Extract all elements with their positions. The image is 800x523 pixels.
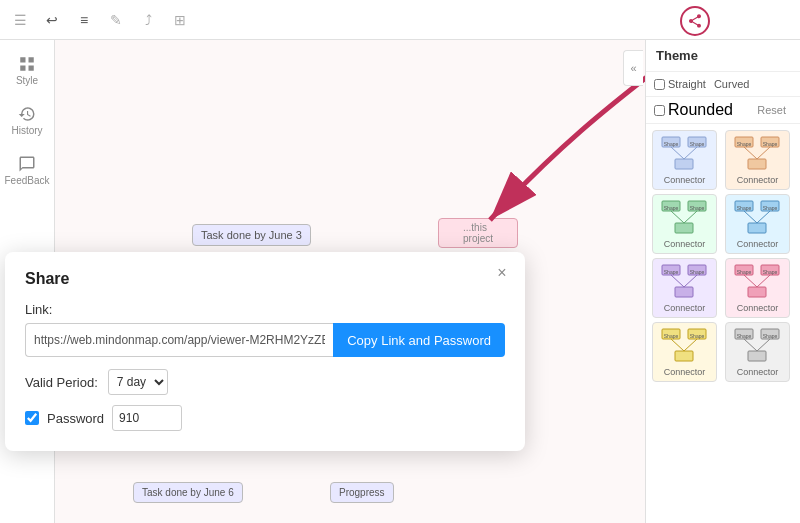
theme-preview-6: Shape Shape: [660, 327, 710, 363]
svg-rect-29: [748, 223, 766, 233]
theme-card-4[interactable]: Shape Shape Connector: [652, 258, 717, 318]
svg-line-30: [744, 211, 757, 223]
node-progress[interactable]: Progpress: [330, 482, 394, 503]
svg-text:Shape: Shape: [689, 141, 704, 147]
link-row: Copy Link and Password: [25, 323, 505, 357]
rounded-option[interactable]: Rounded: [654, 101, 733, 119]
svg-line-17: [757, 147, 770, 159]
curved-option[interactable]: Curved: [714, 78, 749, 90]
svg-line-23: [671, 211, 684, 223]
left-panel-feedback[interactable]: FeedBack: [7, 150, 47, 190]
svg-rect-15: [748, 159, 766, 169]
share-button-circle[interactable]: [680, 6, 710, 36]
rounded-checkbox[interactable]: [654, 105, 665, 116]
straight-label: Straight: [668, 78, 706, 90]
svg-text:Shape: Shape: [736, 269, 751, 275]
svg-line-10: [684, 147, 697, 159]
password-label: Password: [47, 411, 104, 426]
curved-label: Curved: [714, 78, 749, 90]
theme-card-label-6: Connector: [664, 367, 706, 377]
collapse-panel-button[interactable]: «: [623, 50, 643, 86]
svg-text:Shape: Shape: [762, 205, 777, 211]
svg-line-45: [757, 275, 770, 287]
theme-card-label-2: Connector: [664, 239, 706, 249]
theme-card-7[interactable]: Shape Shape Connector: [725, 322, 790, 382]
svg-rect-43: [748, 287, 766, 297]
theme-card-3[interactable]: Shape Shape Connector: [725, 194, 790, 254]
theme-preview-3: Shape Shape: [733, 199, 783, 235]
panel-header: Theme: [646, 40, 800, 72]
svg-text:Shape: Shape: [689, 205, 704, 211]
toolbar-edit-icon[interactable]: ✎: [106, 10, 126, 30]
toolbar-list-icon[interactable]: ≡: [74, 10, 94, 30]
svg-rect-3: [29, 65, 34, 70]
password-input[interactable]: [112, 405, 182, 431]
link-input[interactable]: [25, 323, 333, 357]
history-label: History: [11, 125, 42, 136]
straight-checkbox[interactable]: [654, 79, 665, 90]
theme-card-label-1: Connector: [737, 175, 779, 185]
node-project[interactable]: ...thisproject: [438, 218, 518, 248]
svg-line-24: [684, 211, 697, 223]
panel-options: Straight Curved: [646, 72, 800, 97]
node-project-label: ...thisproject: [463, 222, 493, 244]
rounded-label: Rounded: [668, 101, 733, 119]
svg-rect-36: [675, 287, 693, 297]
svg-rect-22: [675, 223, 693, 233]
svg-line-52: [684, 339, 697, 351]
left-panel-style[interactable]: Style: [7, 50, 47, 90]
dialog-close-button[interactable]: ×: [491, 262, 513, 284]
theme-card-label-3: Connector: [737, 239, 779, 249]
svg-rect-57: [748, 351, 766, 361]
reset-button[interactable]: Reset: [751, 102, 792, 118]
theme-card-0[interactable]: Shape Shape Connector: [652, 130, 717, 190]
svg-rect-1: [29, 57, 34, 62]
right-panel: Theme Straight Curved Rounded Reset Shap…: [645, 40, 800, 523]
left-panel-history[interactable]: History: [7, 100, 47, 140]
svg-rect-8: [675, 159, 693, 169]
valid-period-label: Valid Period:: [25, 375, 98, 390]
svg-line-9: [671, 147, 684, 159]
node-task-june3[interactable]: Task done by June 3: [192, 224, 311, 246]
toolbar-share-toolbar-icon[interactable]: ⤴: [138, 10, 158, 30]
toolbar-undo-icon[interactable]: ↩: [42, 10, 62, 30]
svg-text:Shape: Shape: [762, 269, 777, 275]
svg-text:Shape: Shape: [663, 141, 678, 147]
toolbar-menu-icon[interactable]: ☰: [10, 10, 30, 30]
node-task-june6[interactable]: Task done by June 6: [133, 482, 243, 503]
toolbar-grid-icon[interactable]: ⊞: [170, 10, 190, 30]
svg-line-16: [744, 147, 757, 159]
theme-preview-2: Shape Shape: [660, 199, 710, 235]
style-icon: [18, 55, 36, 73]
theme-preview-5: Shape Shape: [733, 263, 783, 299]
svg-text:Shape: Shape: [736, 333, 751, 339]
theme-card-label-5: Connector: [737, 303, 779, 313]
straight-option[interactable]: Straight: [654, 78, 706, 90]
theme-card-1[interactable]: Shape Shape Connector: [725, 130, 790, 190]
style-label: Style: [16, 75, 38, 86]
valid-period-select[interactable]: 7 day: [108, 369, 168, 395]
svg-text:Shape: Shape: [689, 333, 704, 339]
theme-card-2[interactable]: Shape Shape Connector: [652, 194, 717, 254]
svg-line-58: [744, 339, 757, 351]
panel-title: Theme: [656, 48, 698, 63]
svg-text:Shape: Shape: [736, 205, 751, 211]
valid-period-row: Valid Period: 7 day: [25, 369, 505, 395]
theme-preview-1: Shape Shape: [733, 135, 783, 171]
theme-card-5[interactable]: Shape Shape Connector: [725, 258, 790, 318]
svg-line-38: [684, 275, 697, 287]
node-task-june3-label: Task done by June 3: [201, 229, 302, 241]
svg-line-44: [744, 275, 757, 287]
theme-grid: Shape Shape Connector Shape Shape: [646, 124, 800, 388]
copy-link-button[interactable]: Copy Link and Password: [333, 323, 505, 357]
feedback-icon: [18, 155, 36, 173]
feedback-label: FeedBack: [4, 175, 49, 186]
theme-card-label-0: Connector: [664, 175, 706, 185]
svg-line-31: [757, 211, 770, 223]
svg-rect-0: [20, 57, 25, 62]
theme-card-6[interactable]: Shape Shape Connector: [652, 322, 717, 382]
dialog-title: Share: [25, 270, 505, 288]
password-checkbox[interactable]: [25, 411, 39, 425]
share-icon: [687, 13, 703, 29]
svg-text:Shape: Shape: [762, 141, 777, 147]
